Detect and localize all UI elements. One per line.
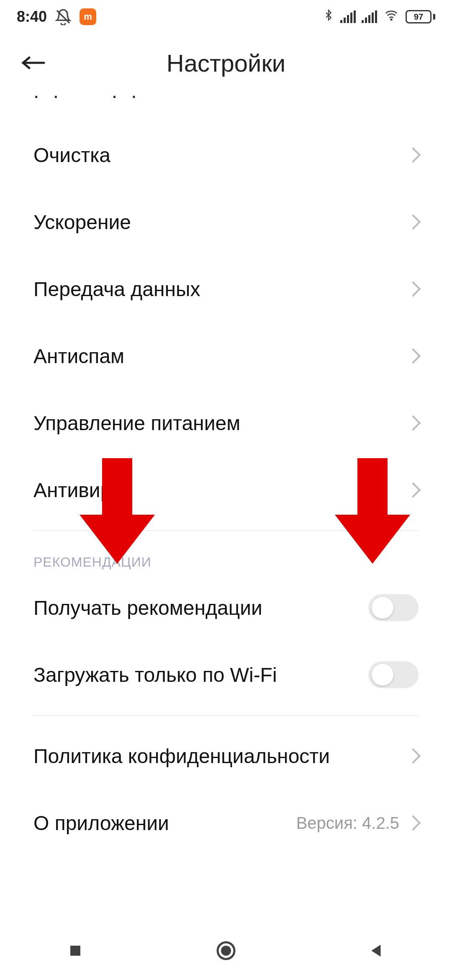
chevron-right-icon xyxy=(406,348,421,364)
chevron-right-icon xyxy=(406,748,421,764)
signal-1-icon xyxy=(340,10,356,23)
toggle-receive-recommendations[interactable] xyxy=(368,594,419,621)
row-label: О приложении xyxy=(33,812,169,835)
chevron-right-icon xyxy=(406,147,421,163)
row-cleanup[interactable]: Очистка xyxy=(0,121,452,188)
nav-home-button[interactable] xyxy=(209,934,243,967)
navigation-bar xyxy=(0,921,452,980)
svg-point-1 xyxy=(391,19,392,20)
wifi-icon xyxy=(383,8,400,26)
app-notification-badge: m xyxy=(80,8,96,25)
row-about[interactable]: О приложении Версия: 4.2.5 xyxy=(0,789,452,856)
row-wifi-only-download: Загружать только по Wi-Fi xyxy=(0,641,452,708)
section-recommendations-label: РЕКОМЕНДАЦИИ xyxy=(0,538,452,574)
row-privacy-policy[interactable]: Политика конфиденциальности xyxy=(0,722,452,789)
toggle-wifi-only[interactable] xyxy=(368,661,419,688)
dnd-icon xyxy=(54,8,72,26)
app-header: Настройки xyxy=(0,34,452,92)
svg-marker-10 xyxy=(371,945,380,957)
row-speedup[interactable]: Ускорение xyxy=(0,188,452,255)
status-time: 8:40 xyxy=(17,8,47,26)
row-label: Антиспам xyxy=(33,345,124,368)
row-antispam[interactable]: Антиспам xyxy=(0,322,452,389)
bluetooth-icon xyxy=(323,8,334,26)
row-label: Получать рекомендации xyxy=(33,596,262,619)
nav-back-button[interactable] xyxy=(360,934,393,967)
chevron-right-icon xyxy=(406,815,421,831)
row-label: Очистка xyxy=(33,144,110,167)
chevron-right-icon xyxy=(406,281,421,297)
row-label: Загружать только по Wi-Fi xyxy=(33,663,277,686)
row-label: Передача данных xyxy=(33,278,200,301)
settings-list: . . . . Очистка Ускорение Передача данны… xyxy=(0,92,452,856)
row-label: Ускорение xyxy=(33,211,131,234)
battery-icon: 97 xyxy=(406,10,435,23)
divider xyxy=(33,715,419,716)
signal-2-icon xyxy=(362,10,377,23)
partial-cutoff-row: . . . . xyxy=(33,92,419,109)
svg-rect-7 xyxy=(70,946,80,956)
divider xyxy=(33,530,419,531)
back-button[interactable] xyxy=(17,46,50,80)
row-power-management[interactable]: Управление питанием xyxy=(0,389,452,456)
chevron-right-icon xyxy=(406,482,421,498)
chevron-right-icon xyxy=(406,415,421,431)
status-bar: 8:40 m 97 xyxy=(0,0,452,34)
battery-percent: 97 xyxy=(414,12,423,22)
row-data-transfer[interactable]: Передача данных xyxy=(0,255,452,322)
row-antivirus[interactable]: Антивирус xyxy=(0,456,452,524)
row-label: Политика конфиденциальности xyxy=(33,745,330,768)
version-text: Версия: 4.2.5 xyxy=(296,814,399,833)
nav-recents-button[interactable] xyxy=(59,934,92,967)
row-receive-recommendations: Получать рекомендации xyxy=(0,574,452,641)
svg-point-9 xyxy=(221,946,231,956)
chevron-right-icon xyxy=(406,214,421,230)
row-label: Антивирус xyxy=(33,479,131,502)
page-title: Настройки xyxy=(167,49,285,77)
row-label: Управление питанием xyxy=(33,412,240,435)
